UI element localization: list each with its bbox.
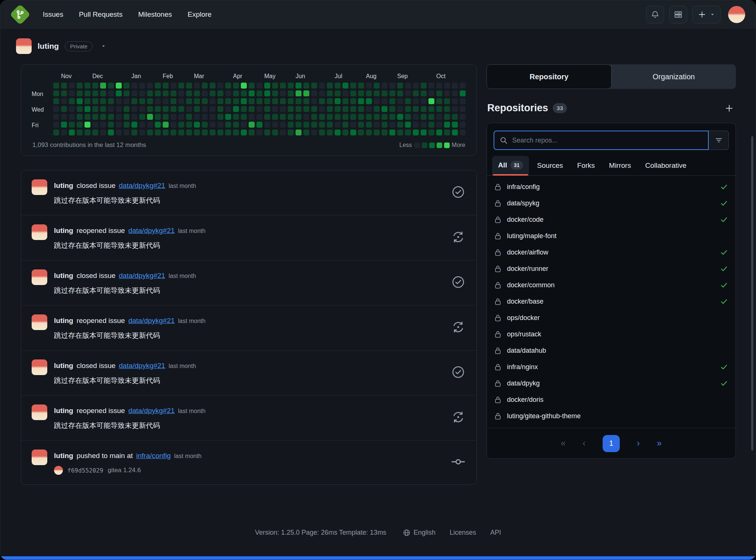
repo-row[interactable]: docker/base xyxy=(487,293,736,310)
repo-row[interactable]: ops/rustack xyxy=(487,326,736,342)
tab-repository[interactable]: Repository xyxy=(487,64,612,89)
contribution-cell xyxy=(358,129,364,135)
add-repository-button[interactable] xyxy=(725,104,734,113)
contribution-cell xyxy=(374,114,380,120)
repo-row[interactable]: docker/doris xyxy=(487,391,736,408)
feed-actor-link[interactable]: luting xyxy=(54,182,73,190)
feed-actor-link[interactable]: luting xyxy=(54,407,73,415)
feed-actor-link[interactable]: luting xyxy=(54,272,73,280)
contribution-cell xyxy=(53,129,59,135)
feed-actor-link[interactable]: luting xyxy=(54,317,73,325)
profile-avatar[interactable] xyxy=(16,38,32,54)
heatmap-legend: Less More xyxy=(399,142,465,148)
pagination-next[interactable]: › xyxy=(637,438,640,448)
contribution-cell xyxy=(139,122,145,128)
nav-link-pull-requests[interactable]: Pull Requests xyxy=(79,10,122,19)
feed-target-link[interactable]: infra/config xyxy=(136,452,171,460)
contribution-cell xyxy=(460,83,466,89)
scrollbar-thumb[interactable] xyxy=(751,136,753,451)
nav-link-issues[interactable]: Issues xyxy=(43,10,63,19)
admin-panel-button[interactable] xyxy=(669,6,687,23)
filter-tab-sources[interactable]: Sources xyxy=(531,157,569,175)
tab-organization[interactable]: Organization xyxy=(612,64,736,89)
contribution-cell xyxy=(280,90,286,96)
repo-row[interactable]: docker/runner xyxy=(487,260,736,277)
contribution-cell xyxy=(272,129,278,135)
repo-row[interactable]: infra/config xyxy=(487,179,736,195)
contribution-cell xyxy=(194,114,200,120)
licenses-link[interactable]: Licenses xyxy=(450,529,476,537)
filter-tab-all[interactable]: All 31 xyxy=(492,156,529,175)
contribution-cell xyxy=(170,122,176,128)
nav-link-milestones[interactable]: Milestones xyxy=(138,10,172,19)
feed-avatar[interactable] xyxy=(32,314,47,330)
contribution-cell xyxy=(444,83,450,89)
contribution-cell xyxy=(382,106,387,112)
feed-actor-link[interactable]: luting xyxy=(54,362,73,370)
feed-avatar[interactable] xyxy=(32,359,47,375)
feed-issue-title: 跳过存在版本可能导致未更新代码 xyxy=(54,376,196,385)
contribution-cell xyxy=(249,98,255,104)
contribution-cell xyxy=(303,106,309,112)
create-new-button[interactable] xyxy=(692,6,721,23)
feed-actor-link[interactable]: luting xyxy=(54,452,73,460)
contribution-cell xyxy=(413,83,419,89)
repo-row[interactable]: data/spykg xyxy=(487,195,736,211)
repo-row[interactable]: luting/gitea-github-theme xyxy=(487,408,736,424)
main-content: NovDecJanFebMarAprMayJunJulAugSepOct Mon… xyxy=(0,54,756,485)
repo-check-icon xyxy=(720,363,728,371)
feed-avatar[interactable] xyxy=(32,269,47,285)
repo-search-input[interactable] xyxy=(512,137,703,144)
contribution-cell xyxy=(436,114,442,120)
filter-tab-mirrors[interactable]: Mirrors xyxy=(603,157,637,175)
pagination-last[interactable]: » xyxy=(657,438,662,448)
contribution-cell xyxy=(452,122,458,128)
feed-avatar[interactable] xyxy=(32,404,47,420)
repo-row[interactable]: infra/nginx xyxy=(487,359,736,375)
feed-target-link[interactable]: data/dpykg#21 xyxy=(128,407,175,415)
user-avatar[interactable] xyxy=(728,6,745,23)
pagination-page-1[interactable]: 1 xyxy=(603,435,620,452)
filter-tab-collaborative[interactable]: Collaborative xyxy=(639,157,692,175)
feed-target-link[interactable]: data/dpykg#21 xyxy=(119,272,165,280)
contribution-cell xyxy=(342,122,348,128)
repo-row[interactable]: luting/maple-font xyxy=(487,228,736,244)
language-selector[interactable]: English xyxy=(403,529,436,537)
feed-avatar[interactable] xyxy=(32,224,47,240)
feed-target-link[interactable]: data/dpykg#21 xyxy=(119,362,165,370)
contribution-cell xyxy=(428,98,434,104)
feed-target-link[interactable]: data/dpykg#21 xyxy=(128,317,175,325)
contribution-cell xyxy=(100,90,106,96)
repo-row[interactable]: ops/docker xyxy=(487,310,736,326)
contribution-cell xyxy=(428,83,434,89)
api-link[interactable]: API xyxy=(490,529,501,537)
contribution-cell xyxy=(389,106,395,112)
legend-cell xyxy=(414,143,420,148)
feed-target-link[interactable]: data/dpykg#21 xyxy=(119,182,165,190)
repo-row[interactable]: docker/airflow xyxy=(487,244,736,260)
commit-sha-link[interactable]: f69d552029 xyxy=(67,467,103,474)
repo-row[interactable]: docker/code xyxy=(487,211,736,228)
repo-name: ops/docker xyxy=(507,314,540,322)
repo-filter-button[interactable] xyxy=(709,131,729,150)
notifications-button[interactable] xyxy=(646,6,664,23)
repo-row[interactable]: data/datahub xyxy=(487,342,736,359)
repo-check-icon xyxy=(720,215,728,224)
feed-target-link[interactable]: data/dpykg#21 xyxy=(128,227,175,235)
contribution-cell xyxy=(53,114,59,120)
repo-row[interactable]: docker/common xyxy=(487,277,736,293)
nav-link-explore[interactable]: Explore xyxy=(188,10,211,19)
heatmap-row xyxy=(53,106,466,112)
context-caret-icon[interactable] xyxy=(101,44,106,49)
contribution-cell xyxy=(335,106,341,112)
feed-avatar[interactable] xyxy=(32,449,47,465)
feed-avatar[interactable] xyxy=(32,179,47,195)
feed-actor-link[interactable]: luting xyxy=(54,227,73,235)
contribution-cell xyxy=(233,129,239,135)
filter-tab-forks[interactable]: Forks xyxy=(571,157,601,175)
gitea-logo[interactable] xyxy=(11,5,29,24)
heatmap-row xyxy=(53,90,466,96)
contribution-cell xyxy=(303,83,309,89)
language-label: English xyxy=(414,529,436,537)
repo-row[interactable]: data/dpykg xyxy=(487,375,736,391)
